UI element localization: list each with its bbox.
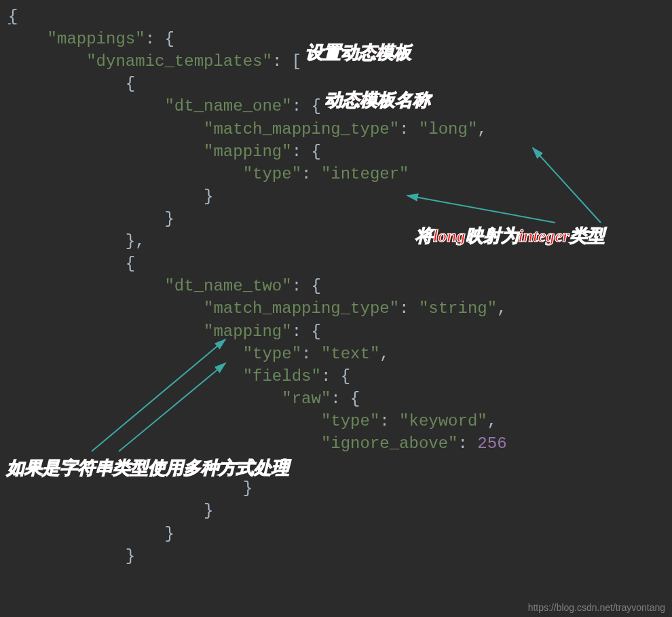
annotation-set-dynamic-template: 设置动态模板 (305, 41, 411, 64)
json-key: "type" (243, 345, 301, 363)
annotation-long-to-integer: 将long映射为integer类型 (415, 224, 605, 248)
code-block: { "mappings": { "dynamic_templates": [ {… (0, 0, 672, 567)
json-value: "keyword" (399, 412, 487, 430)
json-value: "text" (321, 345, 379, 363)
annotation-string-multi-handling: 如果是字符串类型使用多种方式处理 (7, 456, 289, 480)
code-line: { (8, 7, 18, 26)
json-value: "integer" (321, 165, 409, 183)
json-key: "dt_name_two" (164, 277, 291, 295)
json-value: "string" (419, 299, 497, 318)
json-key: "type" (321, 412, 379, 430)
json-key: "type" (243, 165, 301, 183)
json-key: "raw" (282, 390, 331, 408)
json-key: "match_mapping_type" (204, 120, 399, 138)
json-key: "fields" (243, 367, 321, 386)
json-key: "mapping" (204, 143, 292, 161)
json-number: 256 (477, 434, 506, 453)
json-key: "mappings" (48, 30, 145, 48)
json-key: "match_mapping_type" (204, 299, 399, 318)
json-value: "long" (419, 120, 477, 138)
json-key: "ignore_above" (321, 434, 458, 453)
json-key: "dt_name_one" (164, 97, 291, 115)
annotation-template-name: 动态模板名称 (324, 88, 430, 112)
json-key: "mapping" (204, 322, 292, 341)
json-key: "dynamic_templates" (86, 52, 272, 71)
watermark: https://blog.csdn.net/trayvontang (528, 602, 665, 613)
